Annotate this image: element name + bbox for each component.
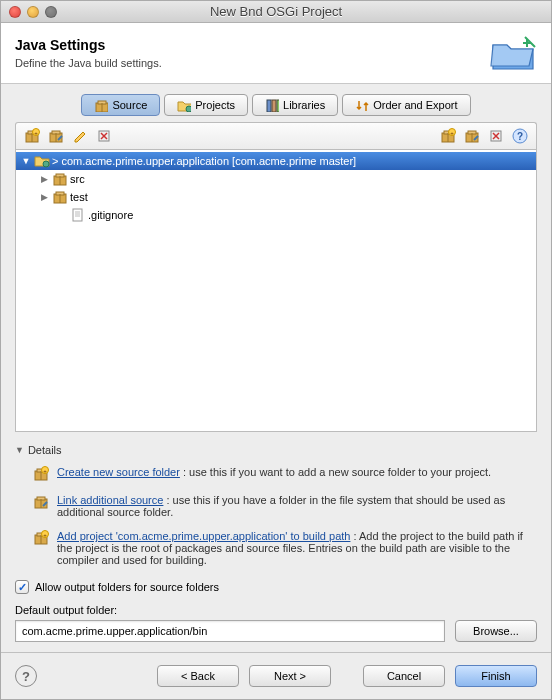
source-tree[interactable]: ▼ > com.acme.prime.upper.application [co… [15,149,537,432]
new-source-folder-button[interactable] [22,127,42,145]
add-project-icon [33,530,49,546]
tree-folder-test[interactable]: ▶ test [16,188,536,206]
create-source-folder-link[interactable]: Create new source folder [57,466,180,478]
zoom-window-button [45,6,57,18]
allow-output-folders-label: Allow output folders for source folders [35,581,219,593]
back-button[interactable]: < Back [157,665,239,687]
close-window-button[interactable] [9,6,21,18]
disclosure-triangle-icon[interactable]: ▶ [38,174,50,184]
link-source-icon [33,494,49,510]
page-title: Java Settings [15,37,489,53]
disclosure-triangle-icon: ▼ [15,445,24,455]
source-toolbar [15,122,537,149]
next-button[interactable]: Next > [249,665,331,687]
default-output-input[interactable] [15,620,445,642]
clear-button[interactable] [486,127,506,145]
library-icon [265,98,279,112]
window-title: New Bnd OSGi Project [1,4,551,19]
project-icon [34,153,50,169]
detail-create-source: Create new source folder : use this if y… [15,462,537,490]
project-icon [177,98,191,112]
disclosure-triangle-icon[interactable]: ▶ [38,192,50,202]
allow-output-folders-checkbox[interactable]: ✓ [15,580,29,594]
tab-libraries[interactable]: Libraries [252,94,338,116]
add-source-button[interactable] [438,127,458,145]
file-icon [70,207,86,223]
default-output-label: Default output folder: [15,604,537,616]
package-icon [94,98,108,112]
link-source-button[interactable] [46,127,66,145]
link-additional-source-link[interactable]: Link additional source [57,494,163,506]
tab-source[interactable]: Source [81,94,160,116]
order-icon [355,98,369,112]
disclosure-triangle-icon[interactable]: ▼ [20,156,32,166]
cancel-button[interactable]: Cancel [363,665,445,687]
detail-add-to-buildpath: Add project 'com.acme.prime.upper.applic… [15,526,537,574]
title-bar: New Bnd OSGi Project [1,1,551,23]
remove-button[interactable] [94,127,114,145]
tree-file-gitignore[interactable]: .gitignore [16,206,536,224]
package-folder-icon [52,171,68,187]
minimize-window-button[interactable] [27,6,39,18]
tree-folder-src[interactable]: ▶ src [16,170,536,188]
browse-button[interactable]: Browse... [455,620,537,642]
package-folder-icon [52,189,68,205]
new-source-folder-icon [33,466,49,482]
toolbar-help-button[interactable] [510,127,530,145]
detail-link-source: Link additional source : use this if you… [15,490,537,526]
tree-root-project[interactable]: ▼ > com.acme.prime.upper.application [co… [16,152,536,170]
add-to-buildpath-link[interactable]: Add project 'com.acme.prime.upper.applic… [57,530,350,542]
tab-order-export[interactable]: Order and Export [342,94,470,116]
page-subtitle: Define the Java build settings. [15,57,489,69]
build-path-tabs: Source Projects Libraries Order and Expo… [15,94,537,116]
wizard-footer: ? < Back Next > Cancel Finish [1,652,551,699]
help-button[interactable]: ? [15,665,37,687]
tab-projects[interactable]: Projects [164,94,248,116]
wizard-header: Java Settings Define the Java build sett… [1,23,551,84]
add-link-button[interactable] [462,127,482,145]
details-disclosure[interactable]: ▼ Details [15,444,537,456]
finish-button[interactable]: Finish [455,665,537,687]
edit-button[interactable] [70,127,90,145]
wizard-banner-icon [489,33,537,73]
